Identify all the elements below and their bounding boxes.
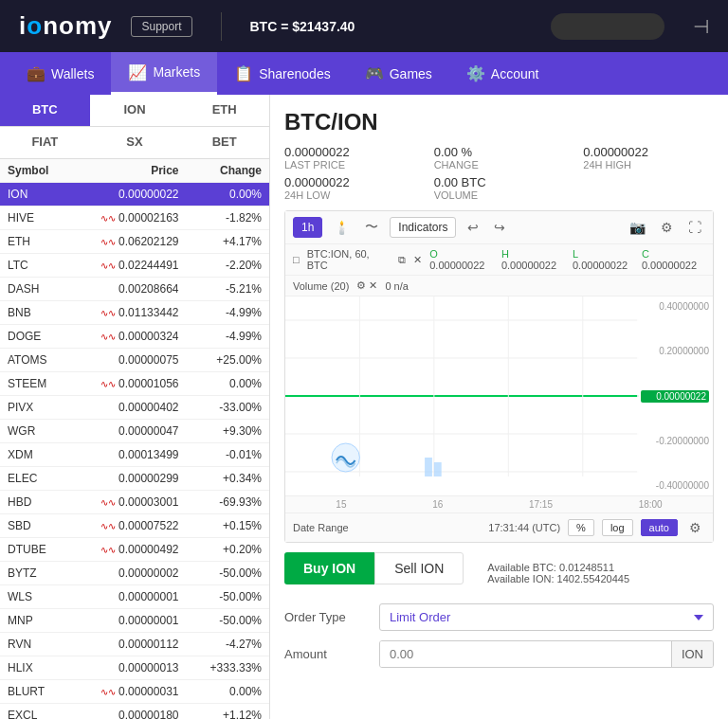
table-row[interactable]: HLIX 0.00000013 +333.33% bbox=[0, 656, 269, 680]
cell-symbol: ELEC bbox=[0, 467, 70, 491]
amount-row: Amount ION bbox=[284, 640, 714, 668]
header-divider bbox=[221, 12, 222, 41]
cell-price: 0.00208664 bbox=[70, 278, 187, 301]
table-row[interactable]: ETH ∿∿ 0.06202129 +4.17% bbox=[0, 230, 269, 254]
y-axis-4: -0.20000000 bbox=[641, 436, 709, 446]
nav-item-markets[interactable]: 📈 Markets bbox=[111, 52, 217, 95]
nav-item-games[interactable]: 🎮 Games bbox=[348, 52, 449, 95]
table-row[interactable]: RVN 0.00000112 -4.27% bbox=[0, 633, 269, 656]
table-row[interactable]: DTUBE ∿∿ 0.00000492 +0.20% bbox=[0, 538, 269, 562]
cell-price: 0.00000047 bbox=[70, 420, 187, 443]
percent-btn[interactable]: % bbox=[568, 519, 594, 536]
volume-value: 0.00 BTC bbox=[434, 175, 565, 189]
timeframe-1h-btn[interactable]: 1h bbox=[293, 217, 322, 238]
user-area bbox=[551, 13, 664, 40]
last-price-label: LAST PRICE bbox=[284, 159, 415, 171]
chart-pair-label: □ bbox=[293, 254, 300, 265]
table-row[interactable]: EXCL 0.00000180 +1.12% bbox=[0, 704, 269, 720]
tab-eth[interactable]: ETH bbox=[179, 95, 269, 126]
x-label-15: 15 bbox=[336, 499, 346, 510]
log-btn[interactable]: log bbox=[602, 519, 633, 536]
cell-price: 0.00000180 bbox=[70, 704, 187, 720]
sell-ion-button[interactable]: Sell ION bbox=[374, 552, 464, 584]
undo-icon[interactable]: ↩ bbox=[464, 218, 482, 237]
mini-chart-icon: ∿∿ bbox=[100, 213, 116, 224]
cell-change: +0.34% bbox=[186, 467, 269, 491]
y-axis-2: 0.20000000 bbox=[641, 346, 709, 356]
table-row[interactable]: WGR 0.00000047 +9.30% bbox=[0, 420, 269, 443]
support-button[interactable]: Support bbox=[131, 16, 191, 37]
wave-icon[interactable]: 〜 bbox=[361, 217, 382, 238]
cell-symbol: WGR bbox=[0, 420, 70, 443]
table-row[interactable]: PIVX 0.00000402 -33.00% bbox=[0, 396, 269, 420]
table-row[interactable]: MNP 0.00000001 -50.00% bbox=[0, 609, 269, 633]
camera-icon[interactable]: 📷 bbox=[626, 218, 649, 237]
chart-settings-icon[interactable]: ⚙ bbox=[685, 518, 705, 537]
mini-chart-icon: ∿∿ bbox=[100, 497, 116, 508]
table-row[interactable]: WLS 0.00000001 -50.00% bbox=[0, 585, 269, 609]
cell-change: -4.99% bbox=[186, 325, 269, 349]
auto-btn[interactable]: auto bbox=[641, 519, 678, 536]
cell-change: +25.00% bbox=[186, 349, 269, 372]
order-type-label: Order Type bbox=[284, 610, 370, 624]
fullscreen-icon[interactable]: ⛶ bbox=[684, 218, 705, 237]
tab-sx[interactable]: SX bbox=[90, 127, 180, 158]
table-row[interactable]: HIVE ∿∿ 0.00002163 -1.82% bbox=[0, 207, 269, 230]
col-price: Price bbox=[70, 159, 187, 183]
chart-close-icon[interactable]: ✕ bbox=[413, 254, 422, 266]
table-row[interactable]: SBD ∿∿ 0.00007522 +0.15% bbox=[0, 514, 269, 538]
order-type-row: Order Type Limit Order bbox=[284, 603, 714, 631]
table-row[interactable]: BLURT ∿∿ 0.00000031 0.00% bbox=[0, 680, 269, 704]
nav-item-sharenodes[interactable]: 📋 Sharenodes bbox=[217, 52, 348, 95]
amount-input-wrap: ION bbox=[379, 640, 714, 668]
chart-copy-icon[interactable]: ⧉ bbox=[398, 254, 406, 266]
table-row[interactable]: BYTZ 0.00000002 -50.00% bbox=[0, 562, 269, 585]
nav-item-account[interactable]: ⚙️ Account bbox=[449, 52, 556, 95]
volume-bar-controls[interactable]: ⚙ ✕ bbox=[356, 279, 377, 292]
change-value: 0.00 % bbox=[434, 145, 565, 159]
tab-btc[interactable]: BTC bbox=[0, 95, 90, 126]
cell-change: -50.00% bbox=[186, 585, 269, 609]
order-type-select[interactable]: Limit Order bbox=[379, 603, 714, 631]
mini-chart-icon: ∿∿ bbox=[100, 261, 116, 271]
table-row[interactable]: ELEC 0.00000299 +0.34% bbox=[0, 467, 269, 491]
x-label-16: 16 bbox=[432, 499, 443, 510]
nav-item-wallets[interactable]: 💼 Wallets bbox=[9, 52, 111, 95]
volume-bar-value: 0 n/a bbox=[385, 280, 408, 292]
x-label-1715: 17:15 bbox=[529, 499, 553, 510]
cell-price: 0.00000112 bbox=[70, 633, 187, 656]
table-row[interactable]: HBD ∿∿ 0.00003001 -69.93% bbox=[0, 491, 269, 514]
low-value: 0.00000022 bbox=[284, 175, 415, 189]
cell-price: ∿∿ 0.00003001 bbox=[70, 491, 187, 514]
indicators-btn[interactable]: Indicators bbox=[390, 217, 456, 238]
tab-ion[interactable]: ION bbox=[90, 95, 180, 126]
table-row[interactable]: DOGE ∿∿ 0.00000324 -4.99% bbox=[0, 325, 269, 349]
candle-icon[interactable]: 🕯️ bbox=[330, 218, 354, 237]
sharenodes-icon: 📋 bbox=[234, 64, 253, 82]
amount-input[interactable] bbox=[380, 641, 671, 667]
cell-change: -1.82% bbox=[186, 207, 269, 230]
cell-price: 0.00000299 bbox=[70, 467, 187, 491]
tab-fiat[interactable]: FIAT bbox=[0, 127, 90, 158]
cell-symbol: LTC bbox=[0, 254, 70, 278]
cell-symbol: ETH bbox=[0, 230, 70, 254]
cell-price: ∿∿ 0.00000324 bbox=[70, 325, 187, 349]
table-row[interactable]: DASH 0.00208664 -5.21% bbox=[0, 278, 269, 301]
table-row[interactable]: XDM 0.00013499 -0.01% bbox=[0, 443, 269, 467]
logout-icon[interactable]: ⊣ bbox=[693, 15, 709, 38]
mini-chart-icon: ∿∿ bbox=[100, 237, 116, 247]
buy-sell-tabs: Buy ION Sell ION bbox=[284, 552, 464, 584]
redo-icon[interactable]: ↪ bbox=[490, 218, 509, 237]
table-row[interactable]: LTC ∿∿ 0.02244491 -2.20% bbox=[0, 254, 269, 278]
table-row[interactable]: ATOMS 0.00000075 +25.00% bbox=[0, 349, 269, 372]
stat-24h-high: 0.00000022 24H HIGH bbox=[583, 145, 714, 171]
cell-price: ∿∿ 0.00000492 bbox=[70, 538, 187, 562]
table-row[interactable]: ION 0.00000022 0.00% bbox=[0, 183, 269, 207]
table-row[interactable]: STEEM ∿∿ 0.00001056 0.00% bbox=[0, 372, 269, 396]
table-row[interactable]: BNB ∿∿ 0.01133442 -4.99% bbox=[0, 301, 269, 325]
cell-price: ∿∿ 0.01133442 bbox=[70, 301, 187, 325]
tab-bet[interactable]: BET bbox=[179, 127, 269, 158]
btc-price: BTC = $21437.40 bbox=[250, 19, 355, 34]
buy-ion-button[interactable]: Buy ION bbox=[284, 552, 374, 584]
settings-icon[interactable]: ⚙ bbox=[657, 218, 677, 237]
